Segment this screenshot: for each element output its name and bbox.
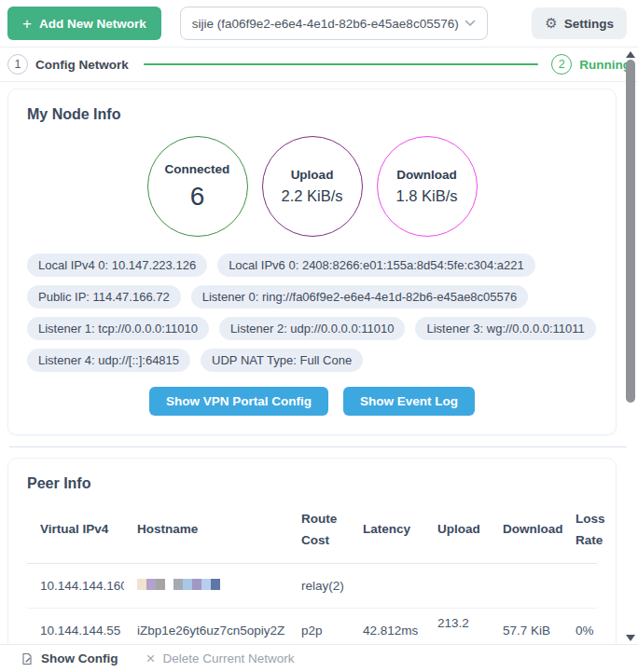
settings-label: Settings (564, 17, 614, 31)
tag-listener-0: Listener 0: ring://fa06f9e2-e6e4-4e1d-82… (191, 285, 529, 309)
cell-route-cost: relay(2) (288, 563, 350, 608)
node-tags: Local IPv4 0: 10.147.223.126 Local IPv6 … (27, 254, 597, 372)
peer-info-card: Peer Info Virtual IPv4 Hostname Route Co… (7, 458, 617, 644)
tag-local-ipv4: Local IPv4 0: 10.147.223.126 (27, 254, 207, 277)
download-label: Download (396, 168, 457, 182)
connected-stat-circle: Connected 6 (147, 136, 248, 237)
close-icon: × (146, 651, 155, 666)
stepper-connector-line (144, 63, 539, 65)
top-toolbar: + Add New Network sijie (fa06f9e2-e6e4-4… (0, 0, 638, 48)
step-running: 2 Running (551, 54, 631, 75)
download-stat-circle: Download 1.8 KiB/s (377, 136, 478, 237)
network-select-value: sijie (fa06f9e2-e6e4-4e1d-82b6-e45ae8c05… (192, 17, 465, 31)
cell-virtual-ipv4: 10.144.144.160 (27, 563, 124, 608)
gear-icon: ⚙ (545, 15, 557, 32)
show-event-log-button[interactable]: Show Event Log (343, 387, 475, 416)
redacted-hostname-blocks (137, 579, 165, 590)
delete-current-network-button[interactable]: × Delete Current Network (146, 651, 294, 666)
plus-icon: + (22, 16, 32, 32)
add-new-network-label: Add New Network (39, 17, 146, 31)
col-download: Download (490, 498, 562, 563)
tag-public-ip: Public IP: 114.47.166.72 (27, 285, 181, 309)
col-loss-rate: Loss Rate (562, 498, 597, 563)
node-stats-row: Connected 6 Upload 2.2 KiB/s Download 1.… (27, 136, 597, 237)
file-edit-icon (21, 652, 34, 665)
settings-button[interactable]: ⚙ Settings (532, 7, 627, 39)
section-divider (9, 446, 627, 447)
cell-virtual-ipv4: 10.144.144.55 (27, 608, 124, 644)
node-actions: Show VPN Portal Config Show Event Log (27, 387, 597, 416)
peer-table-row: 10.144.144.160 relay(2) (27, 563, 597, 608)
peer-table-row: 10.144.144.55 iZbp1e26yt6uz7cn5opiy2Z p2… (27, 608, 597, 644)
cell-loss-rate (562, 563, 597, 608)
show-config-button[interactable]: Show Config (21, 651, 118, 665)
step-1-label: Config Network (35, 58, 129, 72)
connected-label: Connected (165, 162, 230, 176)
cell-route-cost: p2p (288, 608, 350, 644)
step-config-network: 1 Config Network (7, 54, 129, 75)
col-hostname: Hostname (124, 498, 288, 563)
network-select[interactable]: sijie (fa06f9e2-e6e4-4e1d-82b6-e45ae8c05… (180, 7, 488, 40)
cell-hostname: iZbp1e26yt6uz7cn5opiy2Z (124, 608, 288, 644)
tag-listener-3: Listener 3: wg://0.0.0.0:11011 (415, 317, 595, 340)
scroll-down-arrow-icon[interactable] (626, 635, 635, 641)
scrollbar-thumb[interactable] (626, 60, 635, 403)
step-2-circle: 2 (551, 54, 572, 75)
step-1-circle: 1 (7, 54, 28, 75)
col-upload: Upload (424, 498, 490, 563)
cell-download (490, 563, 562, 608)
tag-listener-2: Listener 2: udp://0.0.0.0:11010 (219, 317, 405, 340)
my-node-info-card: My Node Info Connected 6 Upload 2.2 KiB/… (7, 89, 617, 435)
cell-download: 57.7 KiB (490, 608, 562, 644)
upload-value: 2.2 KiB/s (281, 187, 342, 205)
node-info-title: My Node Info (27, 106, 597, 123)
vertical-scrollbar (623, 48, 638, 644)
col-route-cost: Route Cost (288, 498, 350, 563)
tag-listener-1: Listener 1: tcp://0.0.0.0:11010 (27, 317, 209, 340)
bottom-toolbar: Show Config × Delete Current Network (0, 644, 638, 672)
scroll-up-arrow-icon[interactable] (626, 51, 635, 58)
upload-stat-circle: Upload 2.2 KiB/s (262, 136, 363, 237)
download-value: 1.8 KiB/s (395, 187, 457, 205)
delete-network-label: Delete Current Network (162, 651, 294, 665)
add-new-network-button[interactable]: + Add New Network (7, 7, 161, 40)
tag-udp-nat-type: UDP NAT Type: Full Cone (201, 349, 363, 372)
cell-hostname-redacted (124, 563, 288, 608)
peer-table: Virtual IPv4 Hostname Route Cost Latency… (27, 498, 597, 644)
cell-upload: 213.2 (424, 608, 490, 644)
connected-value: 6 (190, 182, 205, 212)
chevron-down-icon (465, 20, 476, 27)
col-latency: Latency (350, 498, 424, 563)
cell-latency (350, 563, 424, 608)
upload-label: Upload (291, 168, 334, 182)
peer-info-title: Peer Info (27, 475, 597, 492)
wizard-stepper: 1 Config Network 2 Running (0, 48, 638, 82)
tag-listener-4: Listener 4: udp://[::]:64815 (27, 349, 190, 372)
scroll-content: My Node Info Connected 6 Upload 2.2 KiB/… (0, 82, 638, 644)
tag-local-ipv6: Local IPv6 0: 2408:8266:e01:155a:8d54:5f… (217, 254, 535, 277)
show-config-label: Show Config (41, 651, 118, 665)
peer-table-header-row: Virtual IPv4 Hostname Route Cost Latency… (27, 498, 597, 563)
show-vpn-portal-config-button[interactable]: Show VPN Portal Config (149, 387, 328, 416)
col-virtual-ipv4: Virtual IPv4 (27, 498, 124, 563)
cell-upload (424, 563, 490, 608)
cell-loss-rate: 0% (562, 608, 597, 644)
redacted-hostname-blocks (173, 579, 220, 590)
cell-latency: 42.812ms (350, 608, 424, 644)
